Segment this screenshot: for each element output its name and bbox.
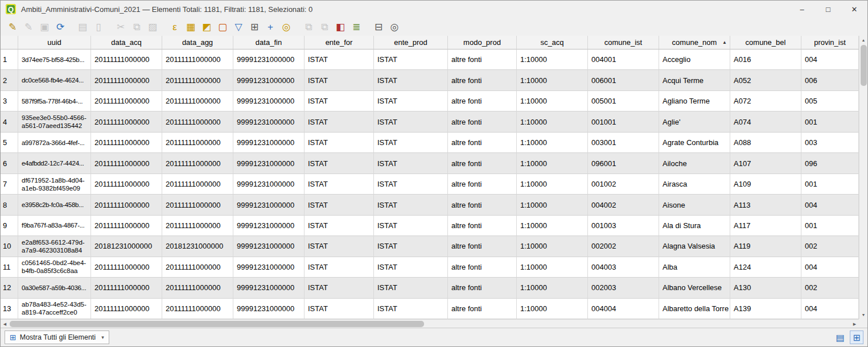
- cell-data_acq[interactable]: 20111111000000: [91, 278, 162, 298]
- cell-modo_prod[interactable]: altre fonti: [448, 236, 517, 257]
- feature-filter-button[interactable]: ⊞ Mostra Tutti gli Elementi ▾: [5, 331, 109, 344]
- cell-provin_ist[interactable]: 005: [801, 91, 859, 111]
- cell-modo_prod[interactable]: altre fonti: [448, 91, 517, 111]
- multi-edit-button[interactable]: ✎: [21, 19, 36, 34]
- cell-ente_for[interactable]: ISTAT: [305, 195, 374, 215]
- cell-comune_bel[interactable]: A074: [730, 111, 801, 132]
- cell-comune_ist[interactable]: 004002: [588, 195, 659, 215]
- cell-sc_acq[interactable]: 1:10000: [517, 133, 588, 153]
- corner-header[interactable]: [1, 36, 18, 49]
- cell-comune_bel[interactable]: A016: [730, 49, 801, 70]
- cell-data_agg[interactable]: 20111111000000: [162, 174, 233, 195]
- row-number[interactable]: 7: [1, 174, 18, 195]
- field-calculator-button[interactable]: ≣: [349, 19, 364, 34]
- cell-ente_for[interactable]: ISTAT: [305, 236, 374, 257]
- dock-table-button[interactable]: ⊟: [371, 19, 386, 34]
- cell-data_agg[interactable]: 20111111000000: [162, 216, 233, 236]
- cell-sc_acq[interactable]: 1:10000: [517, 49, 588, 70]
- cell-comune_bel[interactable]: A052: [730, 70, 801, 90]
- cell-ente_prod[interactable]: ISTAT: [374, 278, 448, 298]
- cell-uuid[interactable]: e2a8f653-6612-479d-a7a9-462303108a84: [18, 236, 91, 257]
- column-header-data_agg[interactable]: data_agg: [162, 36, 233, 49]
- cell-uuid[interactable]: 3d74ee75-bf58-425b...: [18, 49, 91, 70]
- cell-data_acq[interactable]: 20111111000000: [91, 153, 162, 174]
- cell-comune_nom[interactable]: Acceglio: [659, 49, 730, 70]
- cell-uuid[interactable]: 935ee3e0-55b0-4566-a561-07aeed135442: [18, 111, 91, 132]
- cell-data_acq[interactable]: 20111111000000: [91, 195, 162, 215]
- cell-data_acq[interactable]: 20111111000000: [91, 174, 162, 195]
- column-header-ente_for[interactable]: ente_for: [305, 36, 374, 49]
- column-header-modo_prod[interactable]: modo_prod: [448, 36, 517, 49]
- cell-data_agg[interactable]: 20111111000000: [162, 257, 233, 278]
- cell-ente_prod[interactable]: ISTAT: [374, 70, 448, 90]
- cell-comune_bel[interactable]: A088: [730, 133, 801, 153]
- deselect-all-button[interactable]: ▢: [215, 19, 230, 34]
- delete-field-button[interactable]: ⧉: [317, 19, 332, 34]
- cell-ente_prod[interactable]: ISTAT: [374, 195, 448, 215]
- scroll-up-icon[interactable]: ▲: [859, 36, 867, 44]
- cell-data_fin[interactable]: 99991231000000: [233, 299, 305, 319]
- column-header-comune_nom[interactable]: comune_nom▲: [659, 36, 730, 49]
- cell-provin_ist[interactable]: 003: [801, 133, 859, 153]
- row-number[interactable]: 12: [1, 278, 18, 298]
- cell-ente_prod[interactable]: ISTAT: [374, 49, 448, 70]
- cell-comune_ist[interactable]: 003001: [588, 133, 659, 153]
- cell-data_acq[interactable]: 20111111000000: [91, 133, 162, 153]
- cell-comune_nom[interactable]: Aglie': [659, 111, 730, 132]
- column-header-comune_ist[interactable]: comune_ist: [588, 36, 659, 49]
- cell-comune_nom[interactable]: Albano Vercellese: [659, 278, 730, 298]
- row-number[interactable]: 2: [1, 70, 18, 90]
- cell-sc_acq[interactable]: 1:10000: [517, 111, 588, 132]
- row-number[interactable]: 8: [1, 195, 18, 215]
- row-number[interactable]: 11: [1, 257, 18, 278]
- cell-modo_prod[interactable]: altre fonti: [448, 153, 517, 174]
- cell-sc_acq[interactable]: 1:10000: [517, 195, 588, 215]
- add-feature-button[interactable]: ▤: [75, 19, 90, 34]
- column-header-provin_ist[interactable]: provin_ist: [801, 36, 859, 49]
- cell-provin_ist[interactable]: 004: [801, 257, 859, 278]
- cell-provin_ist[interactable]: 001: [801, 216, 859, 236]
- cell-uuid[interactable]: a997872a-366d-4fef-...: [18, 133, 91, 153]
- cell-uuid[interactable]: ab78a483-4e52-43d5-a819-47acceff2ce0: [18, 299, 91, 319]
- cell-data_acq[interactable]: 20111111000000: [91, 299, 162, 319]
- cell-ente_prod[interactable]: ISTAT: [374, 216, 448, 236]
- cell-provin_ist[interactable]: 004: [801, 195, 859, 215]
- cell-data_acq[interactable]: 20181231000000: [91, 236, 162, 257]
- cell-data_acq[interactable]: 20111111000000: [91, 257, 162, 278]
- delete-selected-button[interactable]: ▯: [91, 19, 106, 34]
- cell-ente_for[interactable]: ISTAT: [305, 299, 374, 319]
- cell-ente_for[interactable]: ISTAT: [305, 153, 374, 174]
- cell-comune_nom[interactable]: Alagna Valsesia: [659, 236, 730, 257]
- cell-comune_bel[interactable]: A109: [730, 174, 801, 195]
- cell-data_agg[interactable]: 20181231000000: [162, 236, 233, 257]
- cell-sc_acq[interactable]: 1:10000: [517, 299, 588, 319]
- cell-comune_ist[interactable]: 002002: [588, 236, 659, 257]
- cell-uuid[interactable]: f9ba767f-a83a-4867-...: [18, 216, 91, 236]
- new-field-button[interactable]: ⧉: [301, 19, 316, 34]
- cell-comune_bel[interactable]: A130: [730, 278, 801, 298]
- cell-ente_prod[interactable]: ISTAT: [374, 174, 448, 195]
- scroll-left-icon[interactable]: ◀: [1, 320, 9, 328]
- cell-comune_ist[interactable]: 004001: [588, 49, 659, 70]
- reload-table-button[interactable]: ⟳: [53, 19, 68, 34]
- cell-sc_acq[interactable]: 1:10000: [517, 278, 588, 298]
- cell-comune_bel[interactable]: A119: [730, 236, 801, 257]
- paste-features-button[interactable]: ▨: [145, 19, 160, 34]
- cell-comune_ist[interactable]: 096001: [588, 153, 659, 174]
- select-all-button[interactable]: ▦: [183, 19, 198, 34]
- cell-comune_ist[interactable]: 002003: [588, 278, 659, 298]
- pan-to-selection-button[interactable]: +: [263, 19, 278, 34]
- cell-data_acq[interactable]: 20111111000000: [91, 70, 162, 90]
- cell-data_fin[interactable]: 99991231000000: [233, 278, 305, 298]
- column-header-uuid[interactable]: uuid: [18, 36, 91, 49]
- cut-features-button[interactable]: ✂: [113, 19, 128, 34]
- horizontal-scrollbar[interactable]: ◀ ▶: [1, 319, 859, 328]
- cell-ente_prod[interactable]: ISTAT: [374, 236, 448, 257]
- cell-ente_prod[interactable]: ISTAT: [374, 153, 448, 174]
- cell-data_agg[interactable]: 20111111000000: [162, 133, 233, 153]
- cell-provin_ist[interactable]: 004: [801, 49, 859, 70]
- cell-data_fin[interactable]: 99991231000000: [233, 216, 305, 236]
- maximize-button[interactable]: □: [815, 1, 841, 18]
- cell-modo_prod[interactable]: altre fonti: [448, 133, 517, 153]
- cell-modo_prod[interactable]: altre fonti: [448, 278, 517, 298]
